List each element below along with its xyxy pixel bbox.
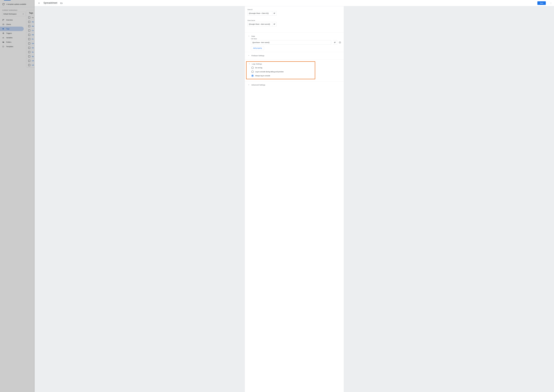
remove-row-icon[interactable] xyxy=(339,41,341,44)
svg-rect-15 xyxy=(274,24,275,24)
field-label: Client ID xyxy=(245,9,344,10)
radio-icon[interactable] xyxy=(251,71,254,73)
radio-label: Always log to console xyxy=(255,75,270,77)
save-button[interactable]: Save xyxy=(537,1,546,5)
section-heading: Logs Settings xyxy=(252,63,262,65)
advanced-section-header[interactable]: Advanced Settings xyxy=(245,83,344,87)
folder-icon[interactable] xyxy=(60,2,62,4)
chevron-right-icon xyxy=(248,84,250,86)
divider xyxy=(245,59,344,60)
svg-rect-21 xyxy=(335,42,336,42)
svg-rect-9 xyxy=(274,13,274,13)
svg-rect-14 xyxy=(274,24,274,24)
variable-picker-icon[interactable] xyxy=(333,40,337,45)
overlay-body: Client ID Client Secret xyxy=(35,6,554,392)
close-icon[interactable] xyxy=(38,2,40,4)
radio-label: Log to console during debug and preview xyxy=(255,71,284,73)
client-secret-input[interactable] xyxy=(247,22,272,26)
variable-picker-icon[interactable] xyxy=(272,22,277,26)
logs-section-header[interactable]: Logs Settings xyxy=(247,62,315,66)
variable-picker-icon[interactable] xyxy=(272,11,277,15)
divider xyxy=(245,52,344,52)
chevron-down-icon xyxy=(248,63,250,65)
overlay-header: Spreadsheet Save ⋮ xyxy=(35,0,554,6)
section-heading: Data xyxy=(251,35,255,37)
svg-rect-13 xyxy=(274,14,275,14)
svg-rect-19 xyxy=(334,42,335,42)
add-property-button[interactable]: Add property xyxy=(251,46,264,50)
more-menu-icon[interactable]: ⋮ xyxy=(550,2,552,4)
firebase-section-header[interactable]: Firebase Settings xyxy=(245,54,344,57)
client-id-field: Client ID xyxy=(245,9,344,20)
overlay-title[interactable]: Spreadsheet xyxy=(43,1,57,5)
chevron-down-icon xyxy=(248,35,250,37)
svg-rect-18 xyxy=(274,24,275,25)
svg-rect-10 xyxy=(274,13,275,13)
radio-icon[interactable] xyxy=(251,67,254,69)
logs-settings-highlight: Logs Settings Do not log Log to console … xyxy=(246,61,315,79)
config-card: Client ID Client Secret xyxy=(245,6,344,392)
chevron-right-icon xyxy=(248,55,250,56)
section-heading: Advanced Settings xyxy=(251,84,265,86)
svg-rect-12 xyxy=(274,14,274,14)
log-option-debug[interactable]: Log to console during debug and preview xyxy=(247,70,315,74)
tag-editor-overlay: Spreadsheet Save ⋮ Client ID Client Secr… xyxy=(35,0,554,392)
log-option-none[interactable]: Do not log xyxy=(247,66,315,70)
field-label: Cell Value xyxy=(245,38,344,40)
field-label: Client Secret xyxy=(245,20,344,21)
log-option-always[interactable]: Always log to console xyxy=(247,74,315,78)
svg-rect-20 xyxy=(335,42,335,42)
svg-rect-23 xyxy=(335,42,335,43)
svg-rect-17 xyxy=(274,24,274,25)
data-section-header[interactable]: Data xyxy=(245,35,344,38)
radio-label: Do not log xyxy=(255,67,262,69)
svg-rect-11 xyxy=(275,13,275,13)
cell-value-input[interactable] xyxy=(251,40,331,45)
svg-rect-16 xyxy=(275,24,275,24)
cell-value-row xyxy=(251,40,341,45)
client-id-input[interactable] xyxy=(247,11,272,15)
radio-icon[interactable] xyxy=(251,75,254,77)
section-heading: Firebase Settings xyxy=(251,55,264,56)
svg-rect-22 xyxy=(334,42,335,43)
client-secret-field: Client Secret xyxy=(245,20,344,31)
